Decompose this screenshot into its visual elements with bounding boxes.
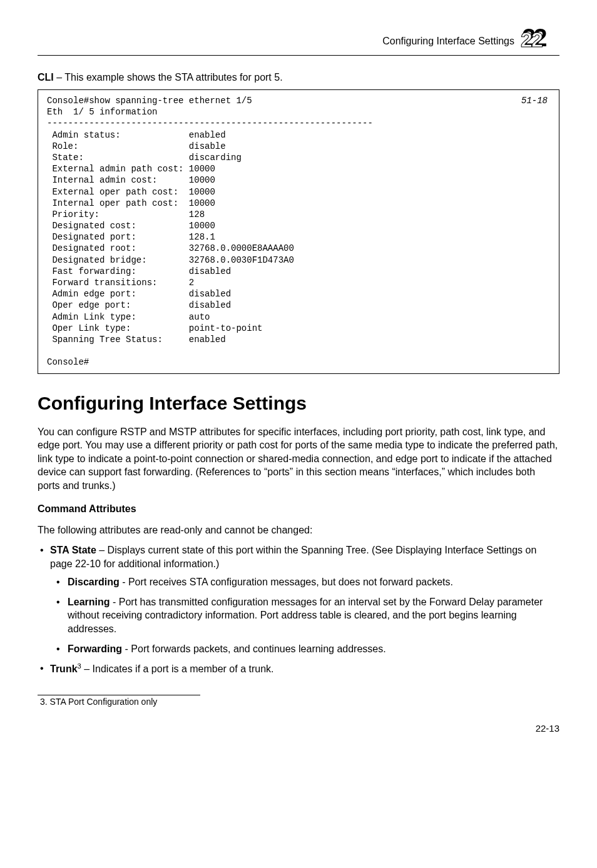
sta-state-text: – Displays current state of this port wi… xyxy=(50,545,536,569)
list-item-trunk: Trunk3 – Indicates if a port is a member… xyxy=(38,662,559,676)
cli-output-box: 51-18Console#show spanning-tree ethernet… xyxy=(38,89,559,374)
chapter-number-icon: 22 22 xyxy=(521,31,559,51)
list-item-discarding: Discarding - Port receives STA configura… xyxy=(55,575,559,589)
footnote: 3. STA Port Configuration only xyxy=(40,697,559,707)
list-item-forwarding: Forwarding - Port forwards packets, and … xyxy=(55,642,559,656)
footnote-number: 3. xyxy=(40,697,48,707)
learning-label: Learning xyxy=(68,597,110,607)
list-item-learning: Learning - Port has transmitted configur… xyxy=(55,595,559,636)
trunk-text: – Indicates if a port is a member of a t… xyxy=(81,664,274,675)
command-attributes-heading: Command Attributes xyxy=(38,503,559,515)
sta-state-label: STA State xyxy=(50,545,96,555)
section-heading: Configuring Interface Settings xyxy=(38,393,559,414)
section-body: You can configure RSTP and MSTP attribut… xyxy=(38,425,559,493)
cli-intro-label: CLI xyxy=(38,72,54,83)
list-item-sta-state: STA State – Displays current state of th… xyxy=(38,543,559,655)
forwarding-text: - Port forwards packets, and continues l… xyxy=(122,643,386,654)
page-number: 22-13 xyxy=(38,723,559,734)
cli-intro-text: – This example shows the STA attributes … xyxy=(54,72,283,83)
page-header: Configuring Interface Settings 22 22 xyxy=(38,31,559,51)
footnote-text: STA Port Configuration only xyxy=(48,697,158,707)
footnote-divider xyxy=(38,695,200,695)
sta-state-sublist: Discarding - Port receives STA configura… xyxy=(50,575,559,655)
discarding-text: - Port receives STA configuration messag… xyxy=(120,577,453,587)
cli-pageref: 51-18 xyxy=(521,95,548,106)
cli-intro: CLI – This example shows the STA attribu… xyxy=(38,72,559,83)
chapter-number-foreground: 22 xyxy=(521,29,559,49)
forwarding-label: Forwarding xyxy=(68,643,122,654)
readonly-intro: The following attributes are read-only a… xyxy=(38,523,559,537)
learning-text: - Port has transmitted configuration mes… xyxy=(68,597,543,634)
attribute-list: STA State – Displays current state of th… xyxy=(38,543,559,676)
header-title: Configuring Interface Settings xyxy=(382,36,514,47)
cli-output-text: Console#show spanning-tree ethernet 1/5 … xyxy=(47,96,373,367)
header-divider xyxy=(38,55,559,56)
discarding-label: Discarding xyxy=(68,577,120,587)
trunk-label: Trunk xyxy=(50,664,78,675)
